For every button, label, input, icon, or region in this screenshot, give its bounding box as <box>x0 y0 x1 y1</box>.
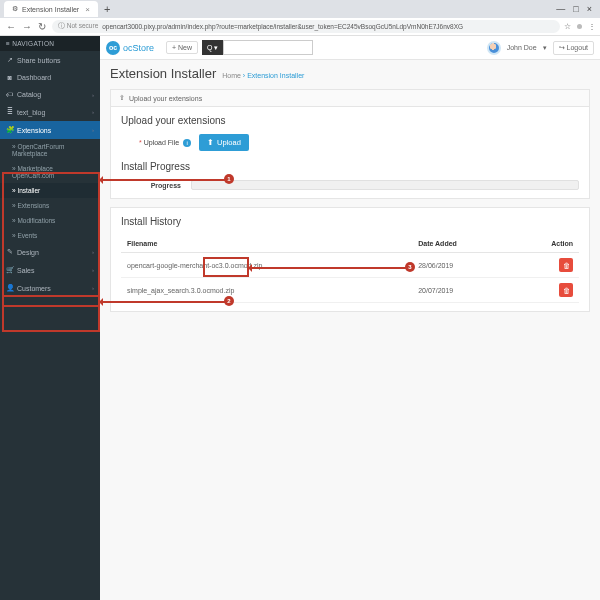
breadcrumb-home[interactable]: Home <box>222 72 241 79</box>
search-input[interactable] <box>223 40 313 55</box>
page-title: Extension Installer <box>110 66 216 81</box>
sidebar-item-label: OpenCartForum Marketplace <box>12 143 64 157</box>
sidebar-item-label: Events <box>17 232 37 239</box>
url-text: opencart3000.pixy.pro/admin/index.php?ro… <box>102 23 463 30</box>
chevron-right-icon: › <box>92 109 94 115</box>
puzzle-icon: 🧩 <box>6 126 13 134</box>
maximize-icon[interactable]: □ <box>573 4 578 14</box>
panel-title: Upload your extensions <box>129 95 202 102</box>
chevron-right-icon: › <box>92 285 94 291</box>
breadcrumb-current[interactable]: Extension Installer <box>247 72 304 79</box>
col-date: Date Added <box>412 235 512 253</box>
brand-logo[interactable]: oc ocStore <box>106 41 154 55</box>
sidebar-item-design[interactable]: ✎Design› <box>0 243 100 261</box>
sidebar-item-catalog[interactable]: 🏷Catalog› <box>0 86 100 103</box>
address-bar: ← → ↻ ⓘ Not secure opencart3000.pixy.pro… <box>0 18 600 36</box>
search-button[interactable]: Q ▾ <box>202 40 223 55</box>
panel-heading: ⇪Upload your extensions <box>111 90 589 107</box>
sidebar-item-dashboard[interactable]: ◙Dashboard <box>0 69 100 86</box>
back-icon[interactable]: ← <box>6 21 16 32</box>
progress-bar <box>191 180 579 190</box>
close-icon[interactable]: × <box>85 5 90 14</box>
cell-filename: opencart-google-merchant-oc3.0.ocmod.zip <box>121 253 412 278</box>
sidebar-item-label: Marketplace OpenCart.com <box>12 165 54 179</box>
trash-icon: 🗑 <box>563 287 570 294</box>
sidebar-item-label: Installer <box>17 187 40 194</box>
sidebar-item-label: Modifications <box>17 217 55 224</box>
sidebar-item-label: Extensions <box>17 127 51 134</box>
user-chevron-icon[interactable]: ▾ <box>543 44 547 52</box>
sidebar-sub-modifications[interactable]: » Modifications <box>0 213 100 228</box>
chevron-right-icon: › <box>92 249 94 255</box>
sidebar-item-extensions[interactable]: 🧩Extensions› <box>0 121 100 139</box>
table-row: simple_ajax_search.3.0.ocmod.zip 20/07/2… <box>121 278 579 303</box>
url-input[interactable]: ⓘ Not secure opencart3000.pixy.pro/admin… <box>52 20 560 33</box>
not-secure-badge: ⓘ Not secure <box>58 22 98 31</box>
upload-section-title: Upload your extensions <box>121 115 579 126</box>
sidebar-item-label: Extensions <box>17 202 49 209</box>
sidebar-sub-installer[interactable]: » Installer <box>0 183 100 198</box>
sidebar-item-label: Catalog <box>17 91 41 98</box>
delete-button[interactable]: 🗑 <box>559 258 573 272</box>
minimize-icon[interactable]: — <box>556 4 565 14</box>
history-panel: Install History Filename Date Added Acti… <box>110 207 590 312</box>
tab-title: Extension Installer <box>22 6 79 13</box>
user-name[interactable]: John Doe <box>507 44 537 51</box>
upload-button[interactable]: ⬆Upload <box>199 134 249 151</box>
info-icon[interactable]: i <box>183 139 191 147</box>
upload-btn-icon: ⬆ <box>207 138 214 147</box>
col-filename: Filename <box>121 235 412 253</box>
sidebar-item-label: Design <box>17 249 39 256</box>
main-content: oc ocStore + New Q ▾ John Doe ▾ ↪ Logout… <box>100 36 600 600</box>
browser-tab-bar: ⚙ Extension Installer × + — □ × <box>0 0 600 18</box>
browser-tab[interactable]: ⚙ Extension Installer × <box>4 1 98 17</box>
cell-date: 28/06/2019 <box>412 253 512 278</box>
upload-icon: ⇪ <box>119 94 125 102</box>
sidebar-item-label: Sales <box>17 267 35 274</box>
cell-filename: simple_ajax_search.3.0.ocmod.zip <box>121 278 412 303</box>
sidebar-sub-events[interactable]: » Events <box>0 228 100 243</box>
sidebar-item-label: Share buttons <box>17 57 61 64</box>
sidebar-sub-extensions[interactable]: » Extensions <box>0 198 100 213</box>
sidebar-item-label: Dashboard <box>17 74 51 81</box>
history-section-title: Install History <box>121 216 579 227</box>
sidebar-item-label: Customers <box>17 285 51 292</box>
new-tab-button[interactable]: + <box>104 3 110 15</box>
progress-label: Progress <box>121 182 181 189</box>
breadcrumb: Home › Extension Installer <box>222 72 304 79</box>
chevron-right-icon: › <box>92 127 94 133</box>
cell-date: 20/07/2019 <box>412 278 512 303</box>
progress-section-title: Install Progress <box>121 161 579 172</box>
table-row: opencart-google-merchant-oc3.0.ocmod.zip… <box>121 253 579 278</box>
sidebar-item-textblog[interactable]: ≣text_blog› <box>0 103 100 121</box>
cart-icon: 🛒 <box>6 266 13 274</box>
sidebar-item-sales[interactable]: 🛒Sales› <box>0 261 100 279</box>
share-icon: ↗ <box>6 56 13 64</box>
reload-icon[interactable]: ↻ <box>38 21 46 32</box>
menu-icon[interactable]: ⋮ <box>588 22 596 31</box>
sidebar-item-share[interactable]: ↗Share buttons <box>0 51 100 69</box>
avatar[interactable] <box>487 41 501 55</box>
sidebar: ≡ NAVIGATION ↗Share buttons ◙Dashboard 🏷… <box>0 36 100 600</box>
dashboard-icon: ◙ <box>6 74 13 81</box>
list-icon: ≣ <box>6 108 13 116</box>
sidebar-sub-marketplace[interactable]: » Marketplace OpenCart.com <box>0 161 100 183</box>
nav-header: ≡ NAVIGATION <box>0 36 100 51</box>
sidebar-item-customers[interactable]: 👤Customers› <box>0 279 100 297</box>
tag-icon: 🏷 <box>6 91 13 98</box>
brand-icon: oc <box>106 41 120 55</box>
new-button[interactable]: + New <box>166 41 198 54</box>
forward-icon[interactable]: → <box>22 21 32 32</box>
delete-button[interactable]: 🗑 <box>559 283 573 297</box>
upload-file-label: * Upload File i <box>139 139 191 147</box>
topbar: oc ocStore + New Q ▾ John Doe ▾ ↪ Logout <box>100 36 600 60</box>
page-header: Extension Installer Home › Extension Ins… <box>100 60 600 85</box>
col-action: Action <box>512 235 579 253</box>
profile-icon[interactable] <box>577 24 582 29</box>
star-icon[interactable]: ☆ <box>564 22 571 31</box>
history-table: Filename Date Added Action opencart-goog… <box>121 235 579 303</box>
logout-button[interactable]: ↪ Logout <box>553 41 594 55</box>
trash-icon: 🗑 <box>563 262 570 269</box>
close-window-icon[interactable]: × <box>587 4 592 14</box>
sidebar-sub-ocforum[interactable]: » OpenCartForum Marketplace <box>0 139 100 161</box>
